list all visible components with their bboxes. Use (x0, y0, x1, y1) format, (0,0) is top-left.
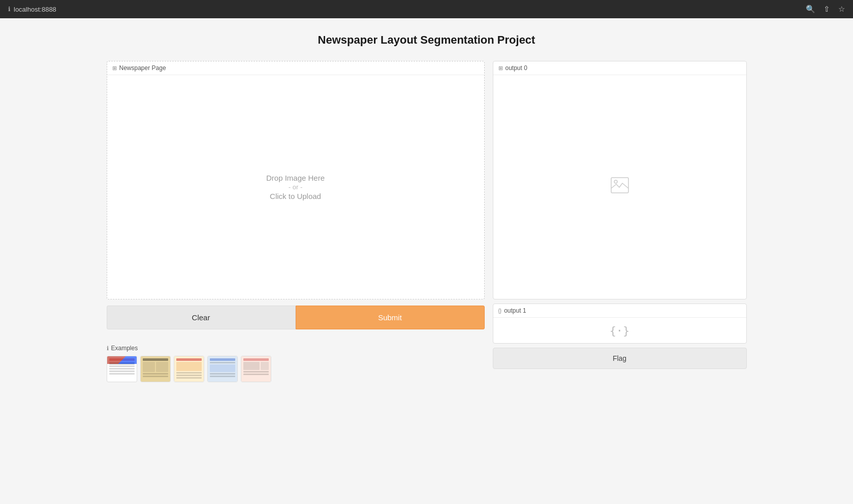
svg-point-1 (614, 180, 617, 183)
svg-rect-0 (611, 178, 628, 193)
action-buttons: Clear Submit (107, 306, 485, 329)
output0-icon: ⊞ (498, 65, 503, 72)
examples-header: ℹ Examples (107, 345, 485, 352)
upload-container[interactable]: ⊞ Newspaper Page Drop Image Here - or - … (107, 61, 485, 299)
upload-panel-label: Newspaper Page (119, 64, 166, 72)
submit-button[interactable]: Submit (296, 306, 485, 329)
example-thumb-1[interactable] (107, 356, 137, 382)
examples-icon: ℹ (107, 345, 109, 352)
page-title: Newspaper Layout Segmentation Project (107, 33, 747, 47)
output1-label: output 1 (504, 307, 526, 314)
main-panels: ⊞ Newspaper Page Drop Image Here - or - … (107, 61, 747, 382)
browser-url-bar[interactable]: ℹ localhost:8888 (8, 6, 56, 13)
example-thumb-4[interactable] (207, 356, 238, 382)
examples-label: Examples (111, 345, 138, 352)
left-panel: ⊞ Newspaper Page Drop Image Here - or - … (107, 61, 485, 382)
output0-header: ⊞ output 0 (493, 61, 746, 75)
search-icon[interactable]: 🔍 (806, 5, 815, 14)
output-image-placeholder-icon (611, 177, 629, 197)
json-placeholder-icon: {·} (610, 324, 630, 337)
image-icon: ⊞ (112, 65, 117, 72)
output-1-box: {} output 1 {·} (493, 304, 747, 344)
output-image-area (493, 75, 746, 299)
bookmark-icon[interactable]: ☆ (838, 5, 845, 14)
output0-label: output 0 (506, 64, 527, 72)
output1-header: {} output 1 (493, 304, 746, 318)
page-content: Newspaper Layout Segmentation Project ⊞ … (97, 18, 757, 402)
or-text: - or - (289, 183, 302, 191)
click-to-upload-text: Click to Upload (270, 192, 321, 200)
browser-toolbar-icons: 🔍 ⇧ ☆ (806, 5, 845, 14)
url-text: localhost:8888 (14, 6, 56, 13)
example-thumb-5[interactable] (241, 356, 271, 382)
example-thumb-2[interactable] (140, 356, 171, 382)
examples-section: ℹ Examples (107, 345, 485, 382)
browser-chrome: ℹ localhost:8888 🔍 ⇧ ☆ (0, 0, 853, 18)
drop-image-text: Drop Image Here (266, 174, 325, 182)
flag-button[interactable]: Flag (493, 348, 747, 369)
share-icon[interactable]: ⇧ (824, 5, 830, 14)
clear-button[interactable]: Clear (107, 306, 296, 329)
output1-icon: {} (498, 308, 502, 314)
security-icon: ℹ (8, 6, 11, 13)
right-panel: ⊞ output 0 {} outpu (493, 61, 747, 369)
output-0-box: ⊞ output 0 (493, 61, 747, 299)
examples-grid (107, 356, 485, 382)
output-json-area: {·} (493, 318, 746, 343)
upload-panel-header: ⊞ Newspaper Page (107, 61, 484, 75)
example-thumb-3[interactable] (174, 356, 204, 382)
upload-area[interactable]: Drop Image Here - or - Click to Upload (107, 75, 484, 299)
